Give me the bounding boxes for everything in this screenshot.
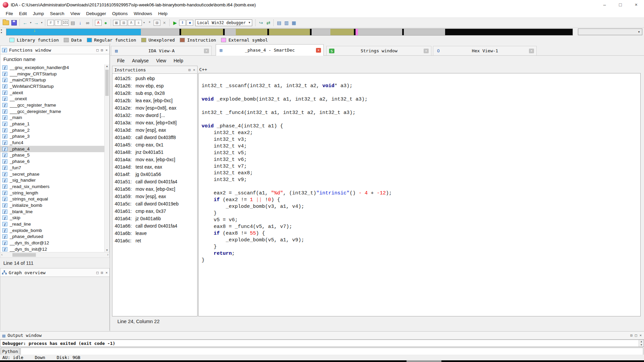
instruction-row[interactable]: 401a4d:test eax, eax [112, 163, 197, 171]
tab-close-icon[interactable]: × [424, 49, 429, 53]
function-row[interactable]: f_phase_6 [0, 158, 109, 165]
tab-close-icon[interactable]: × [204, 49, 209, 53]
tab-hex-view-1[interactable]: OHex View-1× [433, 46, 537, 55]
scroll-right-icon[interactable]: › [107, 253, 108, 256]
instruction-row[interactable]: 401a48:jnz 0x401a51 [112, 148, 197, 156]
window-control-icon[interactable]: ⊡ [101, 48, 103, 52]
function-row[interactable]: f_phase_defused [0, 234, 109, 240]
navigation-band[interactable] [6, 28, 573, 36]
instruction-row[interactable]: 401a6c:ret [112, 237, 197, 244]
instruction-row[interactable]: 401a56:mov eax, [ebp-0xc] [112, 185, 197, 193]
start-process-icon[interactable]: ▶ [172, 19, 178, 26]
decompiled-code-view[interactable]: int32_t _sscanf(int32_t a1, int32_t a2, … [198, 73, 641, 316]
function-row[interactable]: f_mainCRTStartup [0, 77, 109, 83]
function-row[interactable]: f___mingw_CRTStartup [0, 71, 109, 77]
jump-down-icon[interactable]: ↓ [77, 19, 84, 26]
function-row[interactable]: f__dyn_tls_init@12 [0, 246, 109, 252]
functions-window-header[interactable]: f Functions window □⊡× [0, 46, 110, 54]
smartdec-menu-view[interactable]: View [152, 58, 170, 63]
nav-range-combo[interactable]: ▼ [578, 28, 642, 35]
close-icon[interactable]: × [193, 68, 195, 72]
instruction-row[interactable]: 401a66:call dword 0x401fa4 [112, 222, 197, 230]
tab-ida-view-a[interactable]: ▤IDA View-A× [111, 46, 212, 55]
open-file-icon[interactable] [3, 20, 9, 25]
smartdec-menu-analyse[interactable]: Analyse [128, 58, 153, 63]
instruction-row[interactable]: 401a61:cmp eax, 0x37 [112, 207, 197, 215]
function-row[interactable]: f_phase_3 [0, 133, 109, 140]
navigate-forward-icon[interactable]: → [33, 19, 40, 26]
scroll-left-icon[interactable]: ‹ [1, 253, 2, 256]
hscroll-thumb[interactable] [12, 253, 36, 257]
function-row[interactable]: f_phase_5 [0, 152, 109, 159]
window-control-icon[interactable]: ⊡ [630, 333, 633, 338]
instruction-row[interactable]: 401a3d:mov [esp], eax [112, 126, 197, 134]
breakpoint-list-icon[interactable]: ▦ [290, 19, 297, 26]
menu-search[interactable]: Search [47, 11, 67, 16]
scroll-down-icon[interactable]: ▼ [641, 344, 642, 346]
navigate-back-icon[interactable]: ← [22, 19, 29, 26]
module-list-icon[interactable]: ▥ [283, 19, 290, 26]
function-row[interactable]: f_phase_4 [0, 146, 109, 152]
function-row[interactable]: f_phase_2 [0, 127, 109, 133]
tab--phase-4-smartdec[interactable]: ▤_phase_4 - SmartDec× [216, 44, 324, 56]
menu-edit[interactable]: Edit [16, 11, 30, 16]
make-caret-icon[interactable]: ▾ [143, 19, 146, 26]
analysis-enabled-icon[interactable]: ● [102, 19, 109, 26]
function-row[interactable]: f_phase_1 [0, 121, 109, 127]
function-list-hscrollbar[interactable]: ‹ › [0, 252, 110, 258]
search-binoculars-icon[interactable]: ∞ [84, 19, 91, 26]
window-control-icon[interactable]: □ [635, 333, 637, 338]
function-row[interactable]: f_fun7 [0, 165, 109, 171]
smartdec-menu-help[interactable]: Help [170, 58, 187, 63]
make-ascii-icon[interactable]: A [128, 20, 135, 26]
menu-view[interactable]: View [67, 11, 83, 16]
scroll-up-icon[interactable]: ▲ [641, 340, 642, 343]
function-row[interactable]: f_read_line [0, 221, 109, 227]
debug-windows-icon[interactable]: ▤ [276, 19, 282, 26]
back-history-caret-icon[interactable]: ▾ [29, 19, 32, 26]
instruction-row[interactable]: 401a40:call dword 0x403ff8 [112, 134, 197, 141]
menu-windows[interactable]: Windows [131, 11, 155, 16]
smartdec-menu-file[interactable]: File [113, 58, 128, 63]
window-control-icon[interactable]: □ [96, 48, 99, 52]
function-row[interactable]: f_string_length [0, 190, 109, 196]
scroll-up-icon[interactable]: ▲ [105, 65, 109, 68]
function-row[interactable]: f_initialize_bomb [0, 202, 109, 208]
stop-process-icon[interactable]: ■ [186, 20, 193, 26]
step-into-icon[interactable]: ↪ [258, 19, 264, 26]
instruction-row[interactable]: 401a26:mov ebp, esp [112, 82, 197, 89]
instruction-row[interactable]: 401a51:call dword 0x401fa4 [112, 178, 197, 185]
graph-overview-header[interactable]: Graph overview □⊡× [0, 268, 110, 277]
function-row[interactable]: f___gcc_register_frame [0, 102, 109, 108]
instruction-row[interactable]: 401a28:sub esp, 0x28 [112, 89, 197, 97]
function-row[interactable]: f_read_six_numbers [0, 183, 109, 190]
save-icon[interactable] [11, 20, 17, 25]
function-row[interactable]: f_strings_not_equal [0, 196, 109, 202]
tab-close-icon[interactable]: × [316, 48, 321, 53]
function-row[interactable]: f_secret_phase [0, 171, 109, 177]
instruction-row[interactable]: 401a59:mov [esp], eax [112, 193, 197, 200]
instruction-row[interactable]: 401a6b:leave [112, 230, 197, 237]
function-row[interactable]: f__onexit [0, 96, 109, 102]
instruction-row[interactable]: 401a4f:jg 0x401a56 [112, 171, 197, 178]
menu-help[interactable]: Help [155, 11, 170, 16]
function-list-vscrollbar[interactable]: ▲ ▼ [104, 64, 109, 252]
close-icon[interactable]: × [639, 333, 642, 338]
close-icon[interactable]: × [105, 48, 108, 52]
output-window-header[interactable]: ▤ Output window ⊡□× [0, 331, 644, 340]
window-control-icon[interactable]: ⊡ [189, 68, 191, 72]
instruction-row[interactable]: 401a64:jz 0x401a6b [112, 215, 197, 222]
instruction-row[interactable]: 401a2e:mov [esp+0x8], eax [112, 104, 197, 112]
tab-close-icon[interactable]: × [529, 49, 534, 53]
instruction-row[interactable]: 401a4a:mov eax, [ebp-0xc] [112, 156, 197, 163]
function-row[interactable]: f_sig_handler [0, 177, 109, 183]
make-struct-icon[interactable]: s [135, 20, 142, 26]
ascii-string-icon[interactable]: A [95, 20, 102, 26]
function-row[interactable]: f_atexit [0, 89, 109, 96]
undefine-icon[interactable]: × [161, 19, 168, 26]
scroll-down-icon[interactable]: ▼ [105, 249, 109, 252]
window-control-icon[interactable]: □ [96, 270, 99, 275]
function-name-column-header[interactable]: Function name [0, 54, 110, 64]
make-unknown-icon[interactable]: ▨ [154, 20, 160, 26]
python-button[interactable]: Python [1, 348, 19, 355]
